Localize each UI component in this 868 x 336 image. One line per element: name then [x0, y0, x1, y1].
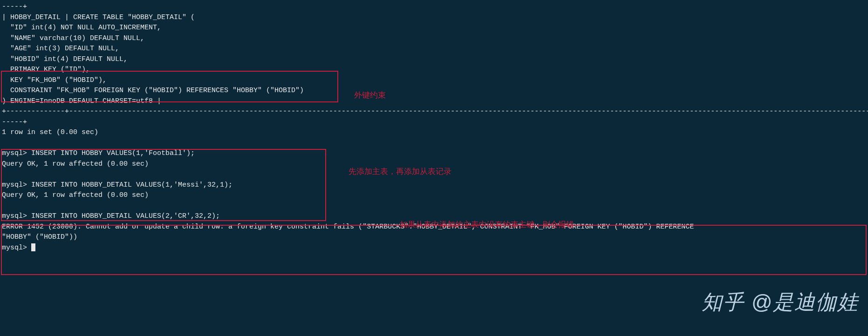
terminal-line: mysql> INSERT INTO HOBBY_DETAIL VALUES(1…: [2, 180, 866, 191]
terminal-line: 1 row in set (0.00 sec): [2, 128, 866, 138]
terminal-line: "NAME" varchar(10) DEFAULT NULL,: [2, 34, 866, 44]
annotation-error-reason: 如果从表中添加的主表中没有约束主键，则会报错: [400, 219, 574, 231]
cursor-icon: [31, 243, 35, 251]
terminal-line: "ID" int(4) NOT NULL AUTO_INCREMENT,: [2, 23, 866, 34]
terminal-line: +--------------+------------------------…: [2, 107, 866, 117]
terminal-line: KEY "FK_HOB" ("HOBID"),: [2, 75, 866, 86]
terminal-line: mysql>: [2, 243, 866, 254]
terminal-line: -----+: [2, 2, 866, 13]
terminal-line: CONSTRAINT "FK_HOB" FOREIGN KEY ("HOBID"…: [2, 86, 866, 96]
terminal-line: mysql> INSERT INTO HOBBY VALUES(1,'Footb…: [2, 148, 866, 159]
annotation-insert-order: 先添加主表，再添加从表记录: [349, 166, 451, 178]
terminal-output[interactable]: -----+| HOBBY_DETAIL | CREATE TABLE "HOB…: [2, 2, 866, 253]
terminal-line: Query OK, 1 row affected (0.00 sec): [2, 190, 866, 201]
terminal-line: "AGE" int(3) DEFAULT NULL,: [2, 44, 866, 54]
terminal-line: "HOBBY" ("HOBID")): [2, 232, 866, 243]
terminal-line: -----+: [2, 117, 866, 128]
watermark: 知乎 @是迪伽娃: [702, 287, 859, 317]
terminal-line: PRIMARY KEY ("ID"),: [2, 65, 866, 75]
terminal-line: ) ENGINE=InnoDB DEFAULT CHARSET=utf8 |: [2, 96, 866, 107]
terminal-line: [2, 138, 866, 149]
terminal-line: | HOBBY_DETAIL | CREATE TABLE "HOBBY_DET…: [2, 13, 866, 23]
terminal-line: "HOBID" int(4) DEFAULT NULL,: [2, 54, 866, 65]
annotation-foreign-key: 外键约束: [354, 89, 386, 101]
terminal-line: [2, 201, 866, 212]
